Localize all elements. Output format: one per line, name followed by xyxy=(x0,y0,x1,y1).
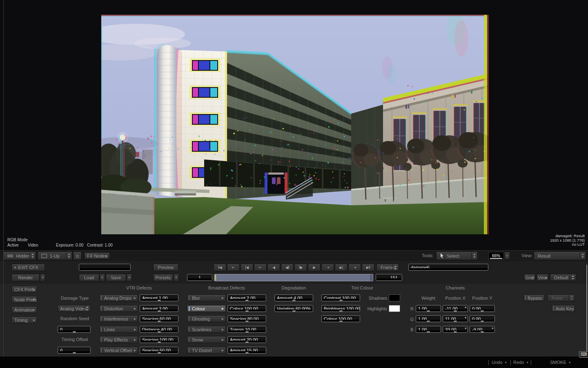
vtr-vertical-offset-value[interactable]: Spacing 50.00 xyxy=(140,347,178,354)
tool-select-dropdown[interactable]: Select xyxy=(436,251,478,260)
green-position-x-field[interactable]: 11.00* xyxy=(443,315,468,322)
transport-step-back-button[interactable]: ◀‖ xyxy=(281,264,294,271)
render-dropdown-button[interactable]: ▼ xyxy=(40,274,45,281)
save-dropdown-button[interactable]: ▼ xyxy=(127,274,132,281)
view-result-dropdown[interactable]: Result xyxy=(534,251,586,260)
broadcast-snow-value[interactable]: Amount 20.00 xyxy=(227,336,266,343)
transport-next-marker-button[interactable]: ⇥ xyxy=(321,264,334,271)
broadcast-blur-toggle[interactable]: Blur▶ xyxy=(187,294,226,301)
transport-play-button[interactable]: ▶ xyxy=(308,264,321,271)
tool-spinner[interactable] xyxy=(471,252,477,259)
broadcast-colour-toggle[interactable]: Colour▶ xyxy=(187,305,226,312)
blue-position-y-field[interactable]: -9.00* xyxy=(470,326,495,333)
layout-spinner[interactable] xyxy=(66,252,71,259)
preview-button[interactable]: Preview xyxy=(153,264,178,271)
view-spinner[interactable] xyxy=(579,252,585,259)
default-dropdown[interactable]: Default xyxy=(550,274,576,281)
keyboard-icon[interactable]: ⌨ xyxy=(579,351,588,358)
tint-colour-field[interactable]: Colour 100.00 xyxy=(321,315,360,322)
zoom-dropdown-button[interactable]: ▼ xyxy=(504,252,510,260)
smoke-app-menu[interactable]: SMOKE▼ xyxy=(550,360,571,365)
broadcast-blur-value[interactable]: Amount 2.00 xyxy=(227,294,266,301)
frame-cursor[interactable] xyxy=(215,275,216,280)
nav-timing-button[interactable]: Timing▶ xyxy=(11,316,37,323)
random-seed-field[interactable]: 0 xyxy=(58,326,91,333)
transport-step-forward-button[interactable]: ‖▶ xyxy=(294,264,307,271)
transport-next-keyframe-button[interactable]: ⇥ xyxy=(348,264,361,271)
red-weight-field[interactable]: 1.00 xyxy=(416,305,441,312)
tint-brightness-field[interactable]: Brightness 100.00 xyxy=(321,305,360,312)
save-button[interactable]: Save xyxy=(106,274,126,281)
timeline-scrubber[interactable] xyxy=(214,274,373,281)
view-button[interactable]: View ▶ xyxy=(537,274,548,281)
hidden-spinner[interactable] xyxy=(29,252,35,259)
broadcast-scanlines-value[interactable]: Transp 10.00 xyxy=(227,326,266,333)
vtr-vertical-offset-toggle[interactable]: Vertical Offset▶ xyxy=(99,347,138,354)
vtr-analog-drops-value[interactable]: Amount 1.00 xyxy=(140,294,178,301)
redo-button[interactable]: Redo▼ xyxy=(513,360,529,365)
red-position-x-field[interactable]: -11.00* xyxy=(443,305,468,312)
broadcast-ghosting-toggle[interactable]: Ghosting▶ xyxy=(187,315,226,322)
presets-dropdown-button[interactable]: ▼ xyxy=(174,274,179,281)
fx-nodes-button[interactable]: FX Nodes ▶ xyxy=(84,252,110,259)
nav-animation-button[interactable]: Animation▶ xyxy=(11,306,37,313)
highlights-color-swatch[interactable] xyxy=(389,305,400,312)
broadcast-tv-distort-toggle[interactable]: TV Distort▶ xyxy=(187,347,226,354)
transport-play-reverse-button[interactable]: ◀ xyxy=(267,264,280,271)
vtr-play-effects-value[interactable]: Spacing 100.00 xyxy=(140,336,178,343)
exit-cfx-button[interactable]: ◀ EXIT CFX xyxy=(11,264,45,271)
auto-key-toggle[interactable]: Auto Key xyxy=(552,305,575,312)
shadows-color-swatch[interactable] xyxy=(389,294,400,301)
broadcast-snow-toggle[interactable]: Snow▶ xyxy=(187,336,226,343)
vtr-distortion-value[interactable]: Amount 3.00 xyxy=(140,305,178,312)
broadcast-ghosting-value[interactable]: Spacing 80.00 xyxy=(227,315,266,322)
bypass-toggle[interactable]: Bypass xyxy=(523,294,545,301)
green-weight-field[interactable]: 1.00 xyxy=(416,315,441,322)
degradation-variation-field[interactable]: Variation 60.00% xyxy=(274,305,313,312)
frame-start-field[interactable]: 1 xyxy=(187,274,212,281)
load-button[interactable]: Load xyxy=(79,274,99,281)
nav-cfx-prefs-button[interactable]: CFX Prefs▶ xyxy=(11,286,37,293)
frames-spinner[interactable] xyxy=(392,265,398,270)
red-position-y-field[interactable]: 0.00 xyxy=(470,305,495,312)
transport-prev-marker-button[interactable]: ⇤ xyxy=(254,264,267,271)
frames-units-dropdown[interactable]: Frames xyxy=(376,264,399,271)
vtr-lines-value[interactable]: Distance 40.00 xyxy=(140,326,178,333)
broadcast-tv-distort-value[interactable]: Amount 15.00 xyxy=(227,347,266,354)
presets-button[interactable]: Presets xyxy=(153,274,173,281)
vtr-play-effects-toggle[interactable]: Play Effects▶ xyxy=(99,336,138,343)
nav-node-prefs-button[interactable]: Node Prefs▶ xyxy=(11,296,37,303)
panel-scrollbar[interactable] xyxy=(586,265,587,351)
transport-go-end-button[interactable]: ▶‖ xyxy=(362,264,374,271)
undo-button[interactable]: Undo▼ xyxy=(492,360,507,365)
grid-button[interactable]: Grid ▶ xyxy=(524,274,535,281)
vtr-interference-value[interactable]: Spacing 60.00 xyxy=(140,315,178,322)
damage-type-spinner[interactable] xyxy=(84,306,90,311)
broadcast-scanlines-toggle[interactable]: Scanlines▶ xyxy=(187,326,226,333)
render-button[interactable]: Render xyxy=(11,274,40,281)
transport-prev-section-button[interactable]: [◀ xyxy=(241,264,253,271)
setup-name-input[interactable] xyxy=(79,264,131,271)
damage-type-dropdown[interactable]: Analog Video xyxy=(58,305,91,312)
tint-contrast-field[interactable]: Contrast 100.00 xyxy=(321,294,360,301)
transport-prev-keyframe-button[interactable]: ⇤ xyxy=(227,264,240,271)
load-dropdown-button[interactable]: ▼ xyxy=(100,274,105,281)
home-button[interactable]: ⌂ xyxy=(73,251,82,260)
front-dropdown[interactable]: Front xyxy=(548,294,575,301)
vtr-distortion-toggle[interactable]: Distortion▶ xyxy=(99,305,138,312)
degradation-amount-field[interactable]: Amount 4.00 xyxy=(274,294,313,301)
blue-position-x-field[interactable]: 33.00* xyxy=(443,326,468,333)
green-position-y-field[interactable]: 0.00 xyxy=(470,315,495,322)
transport-next-section-button[interactable]: ▶] xyxy=(335,264,347,271)
clip-name-field[interactable]: damage6 xyxy=(408,264,488,271)
default-spinner[interactable] xyxy=(570,275,575,280)
blue-weight-field[interactable]: 1.00 xyxy=(416,326,441,333)
zoom-level-display[interactable]: 66% xyxy=(488,252,504,260)
timing-offset-field[interactable]: 0 xyxy=(58,347,91,354)
hidden-mode-selector[interactable]: Hidden xyxy=(3,251,36,260)
broadcast-colour-value[interactable]: Colour 100.00 xyxy=(227,305,266,312)
vtr-interference-toggle[interactable]: Interference▶ xyxy=(99,315,138,322)
layout-1up-selector[interactable]: 1-Up xyxy=(38,251,72,260)
vtr-lines-toggle[interactable]: Lines▶ xyxy=(99,326,138,333)
front-spinner[interactable] xyxy=(568,295,574,301)
